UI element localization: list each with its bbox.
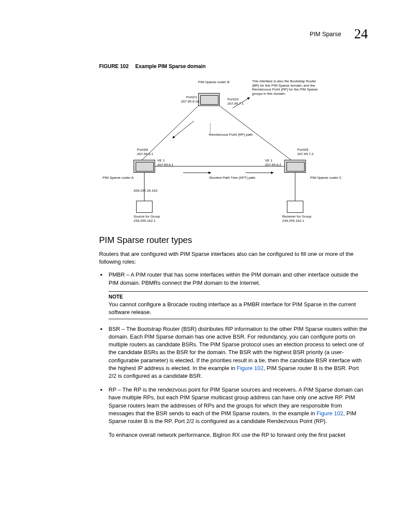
- section-heading: PIM Sparse router types: [99, 235, 368, 245]
- src-ip: 209.157.24.162: [134, 189, 158, 193]
- list-item: BSR – The Bootstrap Router (BSR) distrib…: [107, 325, 368, 380]
- page-content: FIGURE 102 Example PIM Sparse domain: [43, 63, 368, 439]
- note-block: NOTE You cannot configure a Brocade rout…: [109, 291, 368, 319]
- list-item: RP – The RP is the rendezvous point for …: [107, 386, 368, 439]
- router-a: [134, 160, 155, 173]
- figure-link[interactable]: Figure 102: [317, 410, 343, 417]
- chapter-number: 24: [354, 26, 368, 42]
- ve1a-label: VE 1207.95.6.1: [157, 159, 174, 167]
- svg-line-2: [172, 121, 194, 138]
- intro-paragraph: Routers that are configured with PIM Spa…: [99, 250, 368, 266]
- figure-link[interactable]: Figure 102: [237, 365, 264, 371]
- roles-list: PMBR – A PIM router that has some interf…: [99, 271, 368, 439]
- port22-label: Port2/2207.95.7.1: [227, 97, 244, 106]
- bullet-rp-final: To enhance overall network performance, …: [109, 431, 368, 439]
- ve1c-label: VE 1207.95.6.2: [265, 159, 281, 167]
- receiver-label: Receiver for Group239.255.162.1: [282, 215, 311, 223]
- router-b: [198, 93, 220, 106]
- router-c-label: PIM Sparse router C: [310, 176, 342, 180]
- list-item: PMBR – A PIM router that has some interf…: [107, 271, 368, 319]
- router-a-label: PIM Sparse router A: [103, 176, 134, 180]
- figure-title: Example PIM Sparse domain: [135, 63, 206, 69]
- port21-label: Port2/1207.95.8.10: [181, 95, 197, 103]
- source-label: Source for Group239.255.162.1: [134, 215, 160, 223]
- bullet-pmbr: PMBR – A PIM router that has some interf…: [109, 271, 358, 286]
- spt-path-label: Shortest Path Tree (SPT) path: [209, 176, 255, 180]
- source-box: [136, 201, 153, 213]
- figure-caption: FIGURE 102 Example PIM Sparse domain: [99, 63, 368, 69]
- note-text: You cannot configure a Brocade routing i…: [109, 301, 368, 316]
- router-b-label: PIM Sparse router B: [198, 80, 229, 84]
- pim-diagram: PIM Sparse router B This interface is al…: [99, 76, 368, 227]
- rp-path-label: Rendezvous Point (RP) path: [209, 133, 252, 137]
- header-title: PIM Sparse: [310, 31, 341, 37]
- router-c: [284, 160, 306, 173]
- note-label: NOTE: [109, 293, 368, 301]
- page-header: PIM Sparse 24: [43, 26, 368, 42]
- bsr-note: This interface is also the Bootstrap Rou…: [252, 79, 321, 96]
- port38a-label: Port3/8207.95.8.1: [137, 148, 153, 156]
- port38c-label: Port3/8207.95.7.2: [297, 148, 314, 156]
- receiver-box: [287, 201, 303, 213]
- figure-label: FIGURE 102: [99, 63, 129, 69]
